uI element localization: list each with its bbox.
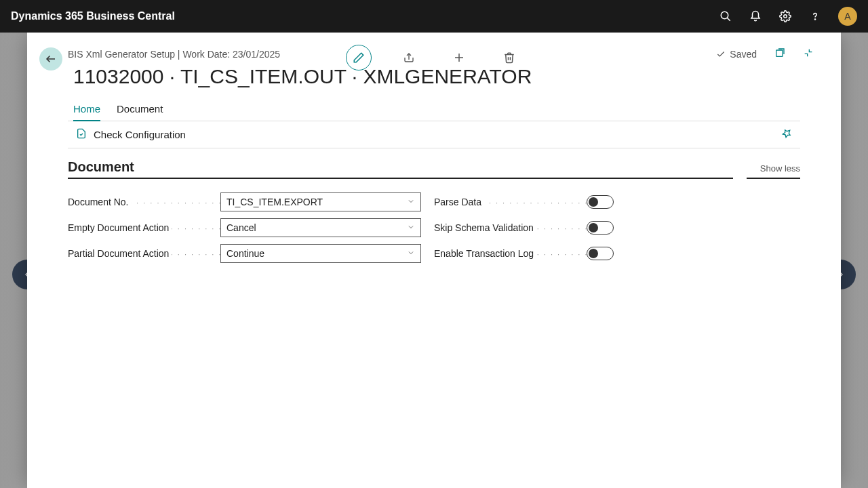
open-new-window-icon[interactable] (774, 47, 785, 60)
action-bar: Check Configuration (68, 121, 800, 148)
breadcrumb: BIS Xml Generator Setup | Work Date: 23/… (68, 49, 800, 60)
top-navigation-bar: Dynamics 365 Business Central A (0, 0, 868, 33)
partial-doc-action-value: Continue (226, 248, 264, 259)
new-button[interactable] (446, 45, 472, 70)
app-title: Dynamics 365 Business Central (11, 10, 175, 22)
help-icon[interactable] (808, 9, 822, 23)
svg-line-1 (727, 18, 730, 21)
saved-indicator: Saved (716, 49, 757, 60)
parse-data-row: Parse Data (434, 192, 800, 211)
skip-schema-label: Skip Schema Validation (434, 222, 536, 233)
gear-icon[interactable] (778, 9, 792, 23)
share-button[interactable] (396, 45, 422, 70)
document-no-select[interactable]: TI_CS_ITEM.EXPORT (220, 192, 421, 211)
svg-point-2 (784, 15, 787, 18)
chevron-down-icon (407, 248, 415, 259)
page-title: 11032000 · TI_CS_ITEM.OUT · XMLGENERATOR (68, 65, 800, 88)
skip-schema-row: Skip Schema Validation (434, 218, 800, 237)
search-icon[interactable] (719, 9, 732, 23)
record-card: Saved BIS Xml Generator Setup | Work Dat… (27, 33, 841, 488)
avatar[interactable]: A (838, 7, 857, 26)
chevron-down-icon (407, 222, 415, 233)
partial-doc-action-select[interactable]: Continue (220, 244, 421, 263)
svg-rect-7 (776, 50, 783, 56)
empty-doc-action-select[interactable]: Cancel (220, 218, 421, 237)
delete-button[interactable] (496, 45, 522, 70)
svg-point-3 (814, 19, 815, 20)
topbar-actions: A (719, 7, 857, 26)
check-configuration-action[interactable]: Check Configuration (76, 128, 186, 141)
saved-label: Saved (730, 49, 757, 60)
partial-doc-action-row: Partial Document Action Continue (68, 244, 434, 263)
enable-txn-toggle[interactable] (587, 247, 614, 260)
enable-txn-label: Enable Transaction Log (434, 248, 536, 259)
parse-data-toggle[interactable] (587, 195, 614, 209)
document-no-row: Document No. TI_CS_ITEM.EXPORT (68, 192, 434, 211)
check-configuration-label: Check Configuration (94, 129, 186, 140)
back-button[interactable] (39, 47, 62, 70)
tab-bar: Home Document (68, 103, 800, 121)
document-check-icon (76, 128, 87, 141)
partial-doc-action-label: Partial Document Action (68, 248, 172, 259)
enable-txn-row: Enable Transaction Log (434, 244, 800, 263)
document-section-header: Document Show less (68, 159, 800, 179)
parse-data-label: Parse Data (434, 197, 484, 207)
notification-icon[interactable] (749, 9, 762, 23)
section-title: Document (68, 159, 733, 179)
header-right-actions: Saved (716, 47, 814, 60)
empty-doc-action-row: Empty Document Action Cancel (68, 218, 434, 237)
chevron-down-icon (407, 197, 415, 207)
svg-point-0 (721, 12, 728, 19)
collapse-icon[interactable] (803, 47, 814, 60)
empty-doc-action-label: Empty Document Action (68, 222, 172, 233)
edit-button[interactable] (346, 45, 372, 70)
stage-background: Saved BIS Xml Generator Setup | Work Dat… (0, 33, 868, 488)
empty-doc-action-value: Cancel (226, 222, 256, 233)
tab-document[interactable]: Document (117, 103, 163, 121)
document-no-label: Document No. (68, 197, 131, 207)
form-grid: Document No. TI_CS_ITEM.EXPORT Parse Dat… (68, 192, 800, 263)
skip-schema-toggle[interactable] (587, 221, 614, 235)
document-no-value: TI_CS_ITEM.EXPORT (226, 197, 323, 207)
pin-icon[interactable] (781, 128, 792, 141)
tab-home[interactable]: Home (73, 103, 100, 121)
show-less-link[interactable]: Show less (747, 163, 800, 179)
